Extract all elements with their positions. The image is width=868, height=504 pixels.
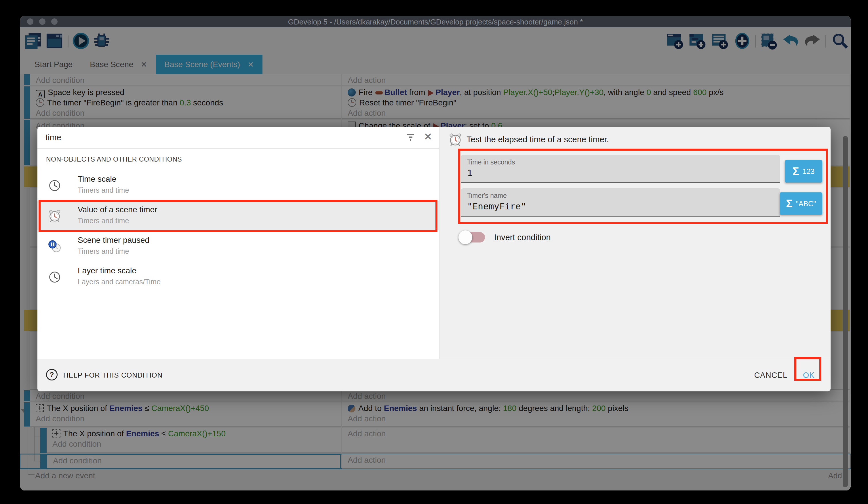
- instruction-title: Test the elapsed time of a scene timer.: [466, 135, 609, 144]
- dialog-footer: ? HELP FOR THIS CONDITION CANCEL OK: [38, 359, 830, 391]
- list-item-time-scale[interactable]: Time scale Timers and time: [38, 171, 439, 200]
- condition-chooser-panel: time ✕ NON-OBJECTS AND OTHER CONDITIONS …: [38, 127, 439, 359]
- filter-icon[interactable]: [406, 133, 415, 143]
- cancel-button[interactable]: CANCEL: [754, 359, 787, 391]
- alarm-clock-icon: [448, 132, 463, 146]
- help-link[interactable]: HELP FOR THIS CONDITION: [63, 359, 163, 391]
- list-item-layer-time-scale[interactable]: Layer time scale Layers and cameras/Time: [38, 262, 439, 291]
- section-header: NON-OBJECTS AND OTHER CONDITIONS: [46, 155, 182, 163]
- list-item-subtitle: Layers and cameras/Time: [78, 278, 161, 286]
- list-item-subtitle: Timers and time: [78, 247, 129, 255]
- list-item-subtitle: Timers and time: [78, 186, 129, 194]
- list-item-scene-timer-paused[interactable]: Scene timer paused Timers and time: [38, 232, 439, 261]
- titlebar: GDevelop 5 - /Users/dkarakay/Documents/G…: [20, 16, 851, 27]
- search-bar: time ✕: [38, 127, 439, 149]
- list-item-title: Scene timer paused: [78, 235, 149, 245]
- clock-icon: [48, 178, 62, 192]
- search-input[interactable]: time: [45, 127, 61, 148]
- annotation-rect-selected-condition: [39, 200, 437, 232]
- screen: GDevelop 5 - /Users/dkarakay/Documents/G…: [0, 0, 868, 504]
- window-title: GDevelop 5 - /Users/dkarakay/Documents/G…: [20, 16, 851, 27]
- annotation-rect-parameters: [458, 149, 828, 224]
- annotation-rect-ok-button: [794, 357, 822, 381]
- list-item-title: Time scale: [78, 174, 116, 184]
- toggle-thumb[interactable]: [458, 230, 472, 244]
- timer-paused-icon: [48, 239, 62, 253]
- clear-search-icon[interactable]: ✕: [424, 127, 432, 148]
- clock-icon: [48, 270, 62, 283]
- list-item-title: Layer time scale: [78, 266, 136, 275]
- help-icon[interactable]: ?: [46, 369, 58, 381]
- invert-condition-label: Invert condition: [494, 230, 551, 244]
